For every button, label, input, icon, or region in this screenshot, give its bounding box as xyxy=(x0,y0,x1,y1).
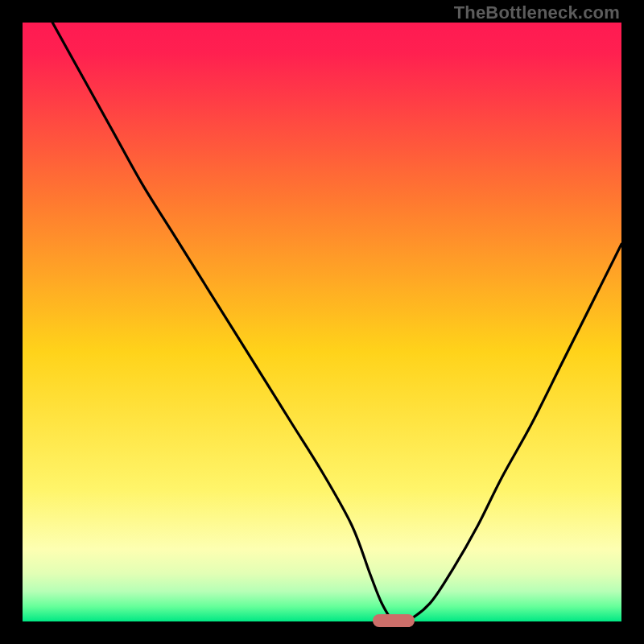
gradient-background xyxy=(23,23,621,621)
chart-frame xyxy=(23,23,621,621)
optimal-marker xyxy=(373,614,415,627)
plot-area xyxy=(23,23,621,621)
watermark-text: TheBottleneck.com xyxy=(454,2,620,23)
